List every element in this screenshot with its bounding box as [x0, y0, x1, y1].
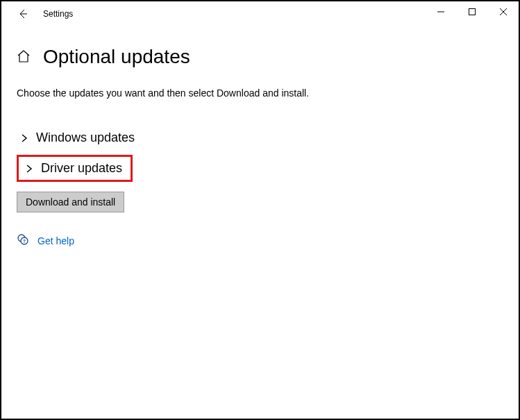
- help-row: ? Get help: [17, 233, 503, 249]
- download-install-button[interactable]: Download and install: [17, 192, 124, 212]
- close-button[interactable]: [487, 1, 519, 22]
- close-icon: [500, 8, 507, 15]
- maximize-icon: [469, 8, 476, 15]
- window-title: Settings: [43, 9, 73, 19]
- driver-updates-label: Driver updates: [41, 161, 122, 176]
- chevron-right-icon: [19, 133, 29, 143]
- driver-updates-highlight: Driver updates: [17, 155, 133, 182]
- maximize-button[interactable]: [456, 1, 487, 22]
- content-area: Optional updates Choose the updates you …: [1, 26, 519, 249]
- svg-text:?: ?: [23, 239, 26, 244]
- back-arrow-icon: [17, 8, 28, 19]
- windows-updates-label: Windows updates: [36, 131, 135, 145]
- page-header: Optional updates: [17, 46, 503, 68]
- windows-updates-expander[interactable]: Windows updates: [17, 126, 503, 149]
- driver-updates-expander[interactable]: Driver updates: [22, 160, 125, 177]
- minimize-button[interactable]: [425, 1, 456, 22]
- back-button[interactable]: [14, 6, 31, 22]
- minimize-icon: [437, 8, 444, 15]
- page-title: Optional updates: [43, 46, 190, 68]
- svg-rect-1: [469, 9, 475, 15]
- titlebar: Settings: [1, 1, 519, 26]
- page-subtitle: Choose the updates you want and then sel…: [17, 87, 503, 99]
- home-icon[interactable]: [17, 49, 32, 65]
- chevron-right-icon: [24, 164, 34, 174]
- help-icon: ?: [17, 233, 29, 249]
- window-controls: [425, 1, 519, 22]
- get-help-link[interactable]: Get help: [37, 235, 74, 246]
